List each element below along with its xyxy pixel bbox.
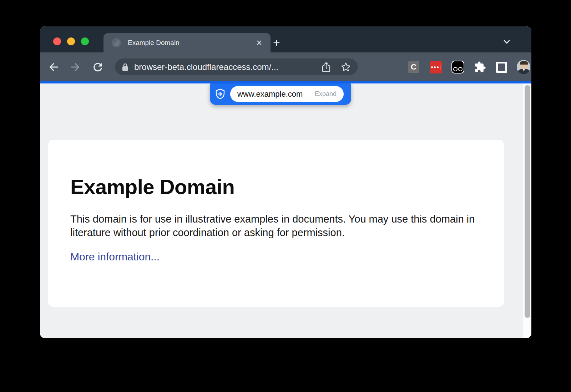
example-domain-card: Example Domain This domain is for use in… — [48, 140, 504, 307]
isolation-url-pill[interactable]: www.example.com Expand — [210, 83, 351, 105]
page-viewport: www.example.com Expand Example Domain Th… — [40, 83, 531, 338]
address-bar[interactable]: browser-beta.cloudflareaccess.com/... — [115, 58, 358, 75]
window-minimize-button[interactable] — [67, 37, 75, 45]
more-information-link[interactable]: More information... — [70, 251, 160, 263]
extensions-puzzle-icon[interactable] — [473, 60, 487, 74]
forward-button[interactable] — [69, 61, 81, 73]
url-text[interactable]: browser-beta.cloudflareaccess.com/... — [134, 62, 321, 72]
expand-button[interactable]: Expand — [315, 90, 337, 98]
isolation-domain-pill[interactable]: www.example.com Expand — [230, 86, 344, 102]
bookmark-star-icon[interactable] — [340, 62, 351, 72]
scrollbar-track[interactable] — [523, 83, 531, 338]
chevron-down-icon[interactable] — [502, 37, 511, 46]
browser-window: Example Domain × + — [40, 26, 531, 338]
share-icon[interactable] — [321, 61, 331, 73]
tab-title: Example Domain — [128, 39, 256, 47]
c-extension-icon[interactable]: C — [407, 60, 420, 74]
page-body-text: This domain is for use in illustrative e… — [70, 212, 479, 239]
globe-icon — [111, 38, 121, 48]
window-zoom-button[interactable] — [81, 37, 89, 45]
browser-toolbar: browser-beta.cloudflareaccess.com/... C — [40, 52, 531, 81]
tab-close-button[interactable]: × — [256, 38, 263, 48]
window-close-button[interactable] — [53, 37, 61, 45]
scrollbar-thumb[interactable] — [525, 85, 530, 318]
browser-tab[interactable]: Example Domain × — [103, 33, 271, 52]
new-tab-button[interactable]: + — [269, 36, 284, 50]
goggles-extension-icon[interactable] — [451, 60, 465, 74]
tab-strip: Example Domain × + — [40, 26, 531, 52]
side-panel-icon[interactable] — [495, 60, 508, 74]
lock-icon — [121, 62, 129, 72]
lastpass-icon[interactable] — [429, 60, 443, 74]
profile-avatar[interactable] — [517, 60, 530, 74]
traffic-lights — [53, 37, 89, 45]
reload-button[interactable] — [92, 61, 104, 73]
page-title: Example Domain — [70, 175, 479, 199]
back-button[interactable] — [47, 61, 60, 73]
isolated-domain-text: www.example.com — [237, 90, 315, 99]
desktop-background: Example Domain × + — [0, 0, 571, 392]
cloudflare-shield-icon — [215, 88, 226, 100]
